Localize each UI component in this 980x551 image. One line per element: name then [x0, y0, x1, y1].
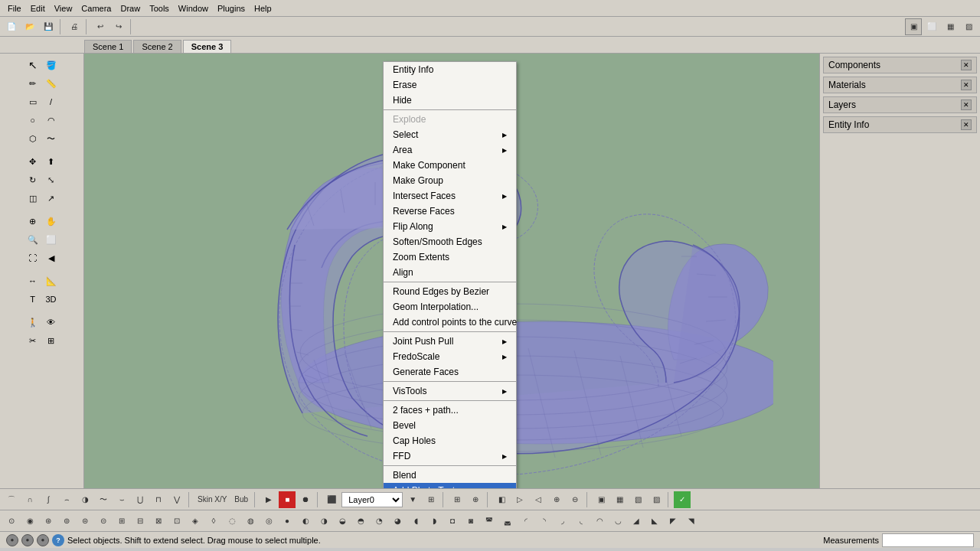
bt2-3[interactable]: ⊛ — [40, 513, 57, 530]
style4-btn[interactable]: ▨ — [648, 491, 665, 508]
menu-plugins[interactable]: Plugins — [213, 2, 250, 15]
compass-btn[interactable]: ⊕ — [467, 491, 484, 508]
panel-entity-info[interactable]: Entity Info ✕ — [823, 116, 977, 133]
menu-file[interactable]: File — [3, 2, 26, 15]
section-tool[interactable]: ✂ — [24, 332, 41, 349]
menu-edit[interactable]: Edit — [26, 2, 50, 15]
menu-window[interactable]: Window — [174, 2, 213, 15]
menu-help[interactable]: Help — [250, 2, 276, 15]
bt2-11[interactable]: ◈ — [187, 513, 204, 530]
panel-close-components[interactable]: ✕ — [961, 60, 972, 70]
move-tool[interactable]: ✥ — [24, 153, 41, 170]
bt2-13[interactable]: ◌ — [224, 513, 240, 530]
layer-mgr-btn[interactable]: ⊞ — [423, 491, 439, 508]
style1-btn[interactable]: ▣ — [593, 491, 609, 508]
bt1-8[interactable]: ⋃ — [132, 491, 149, 508]
bt2-24[interactable]: ◗ — [426, 513, 443, 530]
offset-tool[interactable]: ◫ — [24, 190, 41, 207]
zoom-in-btn[interactable]: ⊕ — [548, 491, 565, 508]
record-btn[interactable]: ⏺ — [297, 491, 314, 508]
bt2-6[interactable]: ⊝ — [95, 513, 112, 530]
bt2-33[interactable]: ◠ — [591, 513, 608, 530]
play-btn[interactable]: ▶ — [260, 491, 277, 508]
view-iso-btn[interactable]: ▣ — [905, 18, 922, 35]
ctx-add-photo[interactable]: Add Photo Texture — [384, 483, 516, 488]
extra-tool[interactable]: ⊞ — [43, 332, 60, 349]
accept-btn[interactable]: ✓ — [674, 491, 691, 508]
protractor-tool[interactable]: 📐 — [43, 272, 60, 289]
ctx-intersect-faces[interactable]: Intersect Faces ▶ — [384, 188, 516, 204]
bt1-2[interactable]: ∩ — [21, 491, 38, 508]
view-top-btn[interactable]: ⬜ — [923, 18, 940, 35]
fly-btn[interactable]: ▷ — [511, 491, 528, 508]
ctx-add-control[interactable]: Add control points to the curve — [384, 315, 516, 330]
bt2-2[interactable]: ◉ — [21, 513, 38, 530]
ctx-flip-along[interactable]: Flip Along ▶ — [384, 219, 516, 234]
bt1-7[interactable]: ⌣ — [113, 491, 130, 508]
scale-tool[interactable]: ⤡ — [43, 171, 60, 188]
bt2-25[interactable]: ◘ — [444, 513, 461, 530]
panel-close-entity[interactable]: ✕ — [961, 119, 972, 130]
redo-btn[interactable]: ↪ — [110, 18, 127, 35]
bt2-38[interactable]: ◥ — [683, 513, 700, 530]
panel-close-materials[interactable]: ✕ — [961, 80, 972, 90]
bt2-29[interactable]: ◜ — [518, 513, 534, 530]
bt2-9[interactable]: ⊠ — [150, 513, 167, 530]
paint-tool[interactable]: 🪣 — [43, 57, 60, 73]
ctx-zoom-extents[interactable]: Zoom Extents — [384, 249, 516, 265]
bt1-3[interactable]: ∫ — [40, 491, 57, 508]
stop-btn[interactable]: ■ — [279, 491, 296, 508]
status-circle-btns[interactable]: ● — [6, 534, 18, 546]
layer-dropdown-btn[interactable]: ▼ — [404, 491, 421, 508]
ctx-entity-info[interactable]: Entity Info — [384, 62, 516, 77]
zoom-extents-tool[interactable]: ⛶ — [24, 249, 41, 266]
bt2-26[interactable]: ◙ — [462, 513, 479, 530]
tab-scene1[interactable]: Scene 1 — [84, 40, 132, 53]
menu-camera[interactable]: Camera — [77, 2, 116, 15]
style2-btn[interactable]: ▦ — [611, 491, 628, 508]
ctx-hide[interactable]: Hide — [384, 93, 516, 108]
orbit-tool[interactable]: ⊕ — [24, 213, 41, 230]
layer-select[interactable]: Layer0 — [341, 492, 403, 507]
bt2-30[interactable]: ◝ — [536, 513, 553, 530]
tab-scene3[interactable]: Scene 3 — [183, 40, 232, 53]
bt2-10[interactable]: ⊡ — [168, 513, 185, 530]
bt2-32[interactable]: ◟ — [573, 513, 590, 530]
tab-scene2[interactable]: Scene 2 — [133, 40, 181, 53]
nav-btn[interactable]: ◁ — [530, 491, 547, 508]
bt2-28[interactable]: ◛ — [499, 513, 516, 530]
style3-btn[interactable]: ▧ — [629, 491, 646, 508]
bt2-22[interactable]: ◕ — [389, 513, 406, 530]
panel-components[interactable]: Components ✕ — [823, 57, 977, 73]
ctx-ffd[interactable]: FFD ▶ — [384, 448, 516, 464]
menu-tools[interactable]: Tools — [145, 2, 174, 15]
status-circle-btn3[interactable]: ● — [37, 534, 49, 546]
dimension-tool[interactable]: ↔ — [24, 272, 41, 289]
ctx-vis-tools[interactable]: VisTools ▶ — [384, 383, 516, 399]
rect-tool[interactable]: ▭ — [24, 93, 41, 110]
viewport[interactable]: Entity Info Erase Hide Explode Select ▶ … — [84, 54, 819, 488]
ctx-blend[interactable]: Blend — [384, 468, 516, 483]
bt1-9[interactable]: ⊓ — [150, 491, 167, 508]
status-circle-btn2[interactable]: ● — [21, 534, 34, 546]
ctx-make-component[interactable]: Make Component — [384, 158, 516, 173]
ctx-soften[interactable]: Soften/Smooth Edges — [384, 234, 516, 249]
bt2-15[interactable]: ◎ — [260, 513, 277, 530]
tape-tool[interactable]: 📏 — [43, 75, 60, 92]
ctx-reverse-faces[interactable]: Reverse Faces — [384, 204, 516, 219]
select-tool[interactable]: ↖ — [24, 57, 41, 73]
bt2-7[interactable]: ⊞ — [113, 513, 130, 530]
zoom-window-tool[interactable]: ⬜ — [43, 231, 60, 248]
bt2-14[interactable]: ◍ — [242, 513, 259, 530]
ctx-geom-interp[interactable]: Geom Interpolation... — [384, 299, 516, 315]
undo-btn[interactable]: ↩ — [92, 18, 109, 35]
bt2-19[interactable]: ◒ — [334, 513, 351, 530]
bt2-21[interactable]: ◔ — [371, 513, 387, 530]
text-tool[interactable]: T — [24, 291, 41, 308]
look-tool[interactable]: 👁 — [43, 314, 60, 331]
ctx-area[interactable]: Area ▶ — [384, 142, 516, 158]
eraser-tool[interactable]: ✏ — [24, 75, 41, 92]
bt2-37[interactable]: ◤ — [665, 513, 681, 530]
bt2-36[interactable]: ◣ — [646, 513, 663, 530]
menu-view[interactable]: View — [50, 2, 77, 15]
